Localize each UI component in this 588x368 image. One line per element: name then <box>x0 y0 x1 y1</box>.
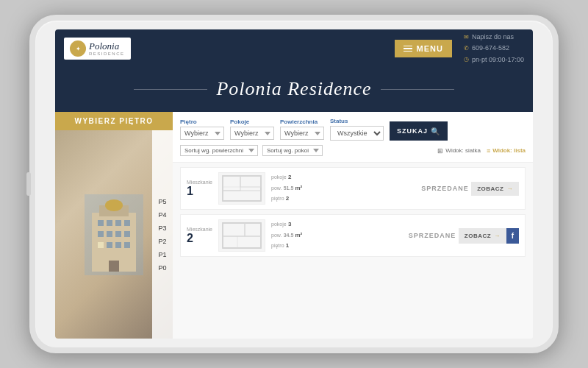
listing-status-1: SPRZEDANE <box>421 185 465 192</box>
filter-status-label: Status <box>330 118 384 124</box>
listing-label-2: Mieszkanie <box>187 227 212 232</box>
listing-id-2: 2 <box>187 232 204 245</box>
logo-subtext: RESIDENCE <box>89 52 125 56</box>
floor-sidebar: WYBIERZ PIĘTRO <box>55 112 173 339</box>
svg-rect-7 <box>124 220 130 226</box>
building-area: P5 P4 P3 P2 P1 P0 <box>55 130 173 339</box>
filter-powierzchnia: Powierzchnia Wybierz <box>280 118 324 140</box>
filter-panel: Piętro Wybierz Pokoje Wybierz <box>173 112 533 163</box>
floor-plan-svg-2 <box>221 222 262 250</box>
floor-label: WYBIERZ PIĘTRO <box>55 112 173 130</box>
svg-rect-22 <box>223 223 261 248</box>
svg-point-3 <box>105 199 123 211</box>
listing-plan-1 <box>218 172 265 205</box>
sort-rooms-select[interactable]: Sortuj wg. pokoi <box>262 145 323 156</box>
listing-item: Mieszkanie 1 <box>180 167 526 210</box>
listing-plan-2 <box>218 219 265 252</box>
svg-rect-24 <box>245 223 261 236</box>
floor-plan-svg-1 <box>221 174 262 202</box>
listing-number-1: Mieszkanie 1 <box>187 180 212 198</box>
filter-pietro-select[interactable]: Wybierz <box>180 127 224 140</box>
main-content: Piętro Wybierz Pokoje Wybierz <box>173 112 533 339</box>
logo-emblem: ✦ <box>70 40 86 57</box>
listing-action-1: ZOBACZ → <box>471 182 519 196</box>
tablet-home-button[interactable] <box>26 172 31 196</box>
header-right: MENU ✉ Napisz do nas ✆ 609-674-582 ◷ pn-… <box>395 32 524 66</box>
floor-p5[interactable]: P5 <box>152 196 173 208</box>
view-button-1[interactable]: ZOBACZ → <box>471 182 519 196</box>
clock-icon: ◷ <box>464 54 469 65</box>
svg-rect-6 <box>115 220 121 226</box>
svg-rect-17 <box>223 176 261 201</box>
hero-title: Polonia Residence <box>216 78 371 100</box>
arrow-icon-2: → <box>494 233 501 239</box>
svg-rect-25 <box>223 236 261 248</box>
sort-dropdowns: Sortuj wg. powierzchni Sortuj wg. pokoi <box>180 145 323 156</box>
search-button[interactable]: SZUKAJ 🔍 <box>390 121 448 141</box>
listing-id-1: 1 <box>187 185 204 198</box>
listing-number-2: Mieszkanie 2 <box>187 227 212 245</box>
menu-button[interactable]: MENU <box>395 40 452 57</box>
filter-pokoje: Pokoje Wybierz <box>230 118 274 140</box>
hero-divider: Polonia Residence <box>55 78 533 100</box>
filter-pietro-label: Piętro <box>180 118 224 125</box>
view-list-toggle[interactable]: ≡ Widok: lista <box>487 147 526 155</box>
svg-rect-10 <box>115 231 121 237</box>
content-area: WYBIERZ PIĘTRO <box>55 112 533 339</box>
listings-container: Mieszkanie 1 <box>173 163 533 339</box>
floor-p2[interactable]: P2 <box>152 236 173 247</box>
logo-area: ✦ Polonia RESIDENCE <box>64 38 131 60</box>
arrow-icon-1: → <box>507 185 514 192</box>
svg-rect-4 <box>98 220 104 226</box>
filter-pokoje-select[interactable]: Wybierz <box>230 127 274 140</box>
listing-action-2: ZOBACZ → f <box>459 228 519 244</box>
list-icon: ≡ <box>487 147 490 155</box>
svg-rect-11 <box>124 231 130 237</box>
svg-rect-16 <box>109 261 119 272</box>
search-icon: 🔍 <box>431 127 440 135</box>
floor-p1[interactable]: P1 <box>152 249 173 261</box>
listing-label-1: Mieszkanie <box>187 180 212 185</box>
svg-rect-8 <box>98 231 104 237</box>
svg-rect-12 <box>98 242 104 248</box>
building-svg <box>85 194 143 275</box>
tablet-frame: ✦ Polonia RESIDENCE MENU ✉ Napisz do na <box>29 15 559 353</box>
floor-p3[interactable]: P3 <box>152 222 173 234</box>
listing-item-2: Mieszkanie 2 <box>180 214 526 257</box>
grid-icon: ⊞ <box>437 147 443 155</box>
view-toggles: ⊞ Widok: siatka ≡ Widok: lista <box>437 147 526 155</box>
listing-details-2: pokoje 3 pow. 34.5 m² piętro 1 <box>271 219 403 251</box>
svg-rect-14 <box>115 242 121 248</box>
filter-powierzchnia-select[interactable]: Wybierz <box>280 127 324 140</box>
search-label: SZUKAJ <box>397 127 428 135</box>
floor-p0[interactable]: P0 <box>152 262 173 274</box>
view-grid-toggle[interactable]: ⊞ Widok: siatka <box>437 147 481 155</box>
listing-status-2: SPRZEDANE <box>409 232 453 239</box>
facebook-button[interactable]: f <box>506 228 519 244</box>
contact-info: ✉ Napisz do nas ✆ 609-674-582 ◷ pn-pt 09… <box>464 32 524 66</box>
view-button-2[interactable]: ZOBACZ → <box>459 228 506 244</box>
filter-pokoje-label: Pokoje <box>230 118 274 125</box>
svg-rect-19 <box>240 176 261 187</box>
filter-powierzchnia-label: Powierzchnia <box>280 118 324 125</box>
tablet-screen: ✦ Polonia RESIDENCE MENU ✉ Napisz do na <box>55 29 533 339</box>
filter-row-2: Sortuj wg. powierzchni Sortuj wg. pokoi … <box>180 145 526 159</box>
floor-navigation: P5 P4 P3 P2 P1 P0 <box>152 130 173 339</box>
logo-text: Polonia <box>89 41 125 52</box>
filter-pietro: Piętro Wybierz <box>180 118 224 140</box>
svg-rect-15 <box>124 242 130 248</box>
svg-rect-5 <box>107 220 112 226</box>
hamburger-icon <box>404 46 412 52</box>
sort-surface-select[interactable]: Sortuj wg. powierzchni <box>180 145 258 156</box>
hero-section: Polonia Residence <box>55 68 533 112</box>
filter-status-select[interactable]: Wszystkie <box>330 126 384 141</box>
phone-icon: ✆ <box>464 43 469 54</box>
site-header: ✦ Polonia RESIDENCE MENU ✉ Napisz do na <box>55 29 533 68</box>
svg-rect-20 <box>223 191 261 201</box>
email-icon: ✉ <box>464 32 469 43</box>
floor-p4[interactable]: P4 <box>152 209 173 221</box>
svg-rect-9 <box>107 231 112 237</box>
svg-rect-13 <box>107 242 112 248</box>
filter-row-1: Piętro Wybierz Pokoje Wybierz <box>180 118 526 141</box>
filter-status: Status Wszystkie <box>330 118 384 141</box>
